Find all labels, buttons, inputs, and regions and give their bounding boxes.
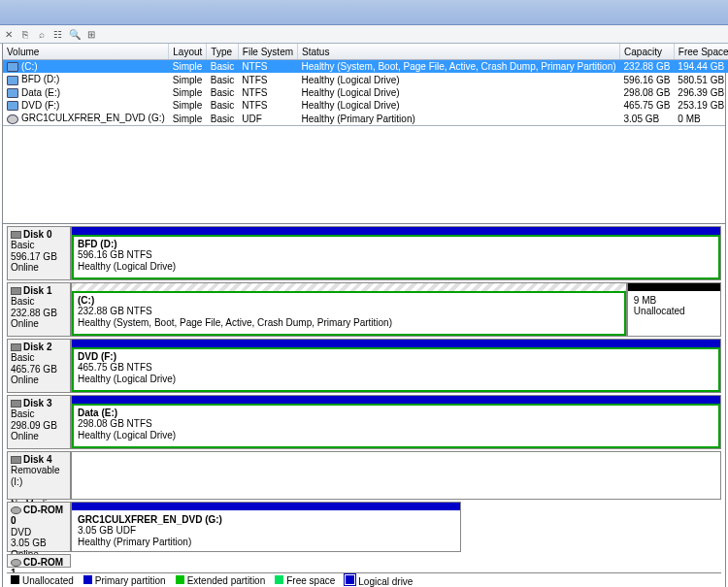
window-titlebar [0,0,728,25]
disk-label[interactable]: CD-ROM 1 [7,554,71,568]
disk-label[interactable]: Disk 2Basic465.76 GBOnline [7,339,71,393]
legend-item: Unallocated [11,575,74,586]
legend-item: Free space [275,575,335,586]
disk-row: Disk 1Basic232.88 GBOnline(C:)232.88 GB … [7,282,721,337]
disk-row: Disk 3Basic298.09 GBOnlineData (E:)298.0… [7,395,721,449]
col-capacity[interactable]: Capacity [620,44,675,60]
col-status[interactable]: Status [298,44,620,60]
tool-1[interactable]: ✕ [2,28,15,41]
tool-5[interactable]: 🔍 [68,28,81,41]
toolbar: ✕ ⎘ ⌕ ☷ 🔍 ⊞ [0,25,728,44]
disk-icon [11,287,21,295]
disk-label[interactable]: Disk 1Basic232.88 GBOnline [7,282,71,337]
disk-label[interactable]: Disk 0Basic596.17 GBOnline [7,226,71,280]
partition[interactable]: BFD (D:)596.16 GB NTFSHealthy (Logical D… [71,226,721,280]
col-volume[interactable]: Volume [3,44,169,60]
tool-2[interactable]: ⎘ [18,28,31,41]
volume-row[interactable]: (C:)SimpleBasicNTFSHealthy (System, Boot… [3,60,728,74]
partition[interactable]: 9 MBUnallocated [627,282,721,337]
disc-icon [7,114,18,124]
partition[interactable]: GRC1CULXFRER_EN_DVD (G:)3.05 GB UDFHealt… [71,502,461,552]
disk-icon [11,400,21,408]
tool-4[interactable]: ☷ [51,28,64,41]
drive-icon [7,101,18,111]
disk-row: CD-ROM 1 [7,554,721,568]
legend-item: Primary partition [83,575,166,586]
drive-icon [7,88,18,98]
disk-icon [11,343,21,351]
partition[interactable]: DVD (F:)465.75 GB NTFSHealthy (Logical D… [71,339,721,393]
disk-graphical-view: Disk 0Basic596.17 GBOnlineBFD (D:)596.16… [3,223,725,572]
drive-icon [7,62,18,72]
col-file-system[interactable]: File System [238,44,297,60]
volume-row[interactable]: Data (E:)SimpleBasicNTFSHealthy (Logical… [3,86,728,99]
disk-row: Disk 2Basic465.76 GBOnlineDVD (F:)465.75… [7,339,721,393]
disc-icon [11,506,21,514]
disk-row: Disk 0Basic596.17 GBOnlineBFD (D:)596.16… [7,226,721,280]
disk-icon [11,456,21,464]
tool-3[interactable]: ⌕ [35,28,48,41]
partition[interactable]: Data (E:)298.08 GB NTFSHealthy (Logical … [71,395,721,449]
empty-partition[interactable] [71,451,721,500]
volume-row[interactable]: BFD (D:)SimpleBasicNTFSHealthy (Logical … [3,73,728,85]
volume-row[interactable]: GRC1CULXFRER_EN_DVD (G:)SimpleBasicUDFHe… [3,112,728,124]
legend: UnallocatedPrimary partitionExtended par… [7,572,721,587]
partition[interactable]: (C:)232.88 GB NTFSHealthy (System, Boot,… [71,282,627,337]
tool-6[interactable]: ⊞ [84,28,97,41]
disk-label[interactable]: Disk 3Basic298.09 GBOnline [7,395,71,449]
col-free-space[interactable]: Free Space [674,44,728,60]
col-type[interactable]: Type [207,44,238,60]
legend-item: Logical drive [345,574,413,587]
drive-icon [7,76,18,85]
disk-row: Disk 4Removable (I:)No Media [7,451,721,500]
disk-row: CD-ROM 0DVD3.05 GBOnlineGRC1CULXFRER_EN_… [7,502,721,552]
col-layout[interactable]: Layout [169,44,207,60]
volume-table[interactable]: VolumeLayoutTypeFile SystemStatusCapacit… [3,44,728,125]
volume-row[interactable]: DVD (F:)SimpleBasicNTFSHealthy (Logical … [3,99,728,112]
disk-label[interactable]: CD-ROM 0DVD3.05 GBOnline [7,502,71,552]
disk-label[interactable]: Disk 4Removable (I:)No Media [7,451,71,500]
legend-item: Extended partition [176,575,266,586]
disk-icon [11,231,21,239]
disc-icon [11,559,21,567]
